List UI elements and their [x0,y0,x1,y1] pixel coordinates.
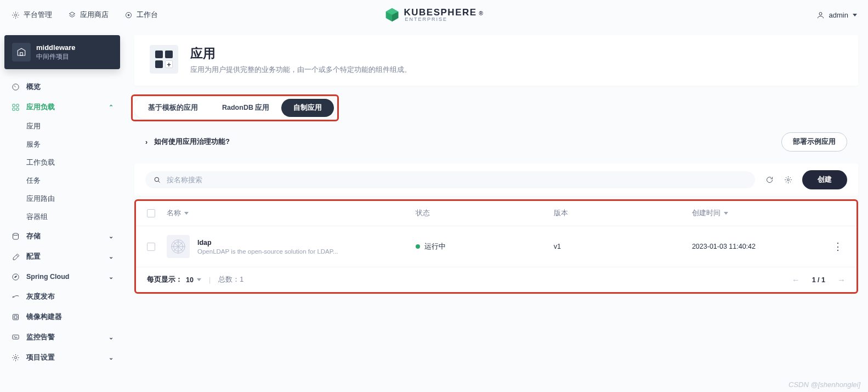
nav-platform-label: 平台管理 [24,10,52,20]
per-page-selector[interactable]: 每页显示： 10 [147,275,201,284]
nav-workloads-label: 应用负载 [26,103,55,112]
chevron-down-icon: ⌄ [109,233,114,240]
svg-point-19 [155,177,159,182]
appstore-icon [67,10,76,19]
toolbar: 创建 [134,164,858,196]
row-version: v1 [554,243,692,250]
svg-point-0 [14,14,16,16]
page-icon: + [150,45,178,74]
top-nav: 平台管理 应用商店 工作台 [11,10,158,20]
nav-workloads-sub: 应用 服务 工作负载 任务 应用路由 容器组 [0,117,124,226]
total-label: 总数： [218,276,240,283]
project-name: middleware [36,43,76,52]
app-icon [167,235,190,258]
svg-rect-15 [13,315,18,320]
svg-point-20 [787,179,789,181]
nav-monitor[interactable]: 监控告警 ⌄ [0,327,124,348]
chevron-down-icon: ⌄ [109,334,114,341]
checkbox-all[interactable] [147,209,155,217]
logo-text-wrap: KUBESPHERE® ENTERPRISE [404,8,484,22]
help-row: › 如何使用应用治理功能? 部署示例应用 [134,127,858,157]
nav-settings[interactable]: 项目设置 ⌄ [0,348,124,368]
table-row[interactable]: ldap OpenLDAP is the open-source solutio… [136,226,856,267]
nav-monitor-label: 监控告警 [26,333,55,342]
gear-icon [11,10,20,19]
chevron-up-icon: ⌃ [109,104,114,111]
nav-storage[interactable]: 存储 ⌄ [0,226,124,247]
settings-cog-icon[interactable] [784,176,792,184]
nav-image[interactable]: 镜像构建器 [0,307,124,327]
chevron-down-icon: ⌄ [109,354,114,361]
storage-icon [11,232,20,241]
nav-sub-workload[interactable]: 工作负载 [16,154,124,172]
refresh-icon[interactable] [765,176,774,184]
tab-radondb[interactable]: RadonDB 应用 [210,99,281,117]
top-bar: 平台管理 应用商店 工作台 KUBESPHERE® ENTERPRISE adm… [0,0,868,30]
user-name: admin [829,11,848,19]
svg-rect-10 [16,104,18,107]
search-input[interactable] [167,176,747,184]
nav-sub-job[interactable]: 任务 [16,172,124,190]
svg-rect-7 [20,53,23,55]
sort-icon [724,212,728,215]
nav-sub-ingress[interactable]: 应用路由 [16,190,124,208]
nav-image-label: 镜像构建器 [26,312,62,322]
search-box[interactable] [145,171,755,188]
create-button[interactable]: 创建 [802,170,847,189]
per-page-label: 每页显示： [147,275,183,284]
nav-sub-app[interactable]: 应用 [16,117,124,136]
settings-icon [11,354,20,362]
nav-overview[interactable]: 概览 [0,77,124,97]
tab-custom[interactable]: 自制应用 [281,99,334,117]
project-sub: 中间件项目 [36,53,76,61]
nav-config-label: 配置 [26,252,41,261]
status-dot-icon [416,244,420,249]
svg-point-13 [13,233,18,236]
table-highlight: 名称 状态 版本 创建时间 ldap OpenLDAP is the open-… [134,199,858,294]
row-desc: OpenLDAP is the open-source solution for… [197,248,338,255]
svg-rect-11 [12,108,14,110]
nav-config[interactable]: 配置 ⌄ [0,247,124,267]
nav-sub-pod[interactable]: 容器组 [16,208,124,226]
project-card[interactable]: middleware 中间件项目 [4,35,120,69]
user-menu[interactable]: admin [816,11,857,19]
user-icon [816,11,825,19]
nav-gray[interactable]: 灰度发布 [0,287,124,307]
page-indicator: 1 / 1 [812,276,825,284]
project-icon [12,43,31,61]
tabs: 基于模板的应用 RadonDB 应用 自制应用 [134,97,336,119]
nav-overview-label: 概览 [26,82,41,92]
nav-sub-service[interactable]: 服务 [16,136,124,154]
nav-workbench[interactable]: 工作台 [124,10,158,20]
logo[interactable]: KUBESPHERE® ENTERPRISE [384,7,484,23]
col-name[interactable]: 名称 [167,209,416,218]
caret-down-icon [853,14,857,16]
gray-icon [11,293,20,301]
main-content: + 应用 应用为用户提供完整的业务功能，由一个或多个特定功能的组件组成。 基于模… [124,30,868,392]
nav-storage-label: 存储 [26,232,41,241]
nav-spring[interactable]: Spring Cloud ⌄ [0,267,124,287]
nav-workloads[interactable]: 应用负载 ⌃ [0,97,124,117]
row-actions[interactable]: ⋮ [830,240,846,253]
col-version: 版本 [554,209,692,218]
per-page-value: 10 [186,276,194,284]
search-icon [153,176,161,184]
row-name: ldap [197,239,338,247]
dashboard-icon [11,83,20,92]
page-next[interactable]: → [837,275,846,284]
nav-appstore[interactable]: 应用商店 [67,10,109,20]
image-icon [11,313,20,322]
page-prev[interactable]: ← [792,275,800,284]
table-footer: 每页显示： 10 | 总数：1 ← 1 / 1 → [136,267,856,292]
watermark: CSDN @[shenhonglei] [788,380,860,389]
chevron-right-icon: › [145,138,147,146]
help-link[interactable]: › 如何使用应用治理功能? [145,137,230,147]
deploy-sample-button[interactable]: 部署示例应用 [781,132,847,152]
page-desc: 应用为用户提供完整的业务功能，由一个或多个特定功能的组件组成。 [190,65,411,75]
col-time[interactable]: 创建时间 [692,209,830,218]
nav-platform[interactable]: 平台管理 [11,10,52,20]
tabs-highlight: 基于模板的应用 RadonDB 应用 自制应用 [131,94,339,121]
checkbox-row[interactable] [147,243,155,251]
tab-template[interactable]: 基于模板的应用 [136,99,210,117]
workbench-icon [124,10,133,19]
